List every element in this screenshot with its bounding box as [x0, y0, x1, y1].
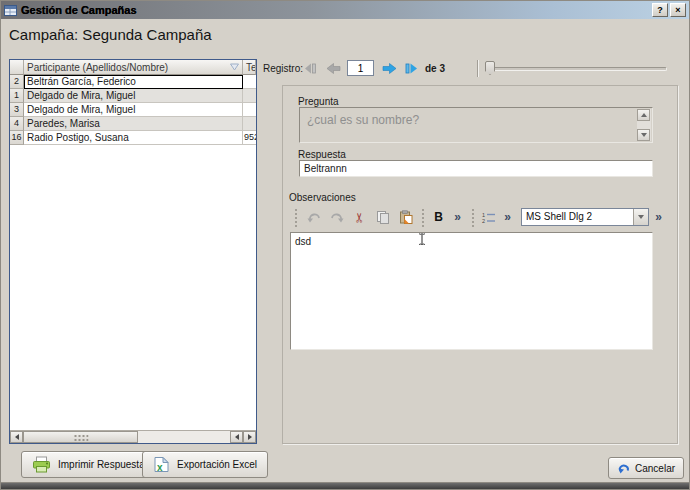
scroll-left-button-right[interactable] — [230, 431, 243, 443]
down-arrow-icon — [641, 133, 647, 140]
participant-name: Delgado de Mira, Miguel — [24, 89, 243, 103]
svg-text:2: 2 — [482, 218, 485, 224]
up-arrow-icon — [641, 110, 647, 117]
redo-button[interactable] — [325, 206, 348, 228]
row-number: 3 — [10, 103, 24, 117]
cut-button[interactable]: ✂ — [348, 206, 371, 228]
participant-name: Paredes, Marisa — [24, 117, 243, 131]
titlebar[interactable]: Gestión de Campañas ? × — [1, 1, 689, 19]
copy-icon — [376, 210, 390, 224]
table-row[interactable]: 3 Delgado de Mira, Miguel — [10, 103, 256, 117]
export-excel-button[interactable]: x Exportación Excel — [142, 451, 268, 478]
font-selector[interactable]: MS Shell Dlg 2 — [521, 208, 649, 226]
row-number: 16 — [10, 131, 24, 145]
grid-empty-area — [10, 145, 256, 430]
print-answers-button[interactable]: Imprimir Respuestas — [21, 451, 161, 478]
table-row[interactable]: 2 Beltrán García, Federico — [10, 75, 256, 89]
bold-button[interactable]: B — [429, 206, 448, 228]
page-title: Campaña: Segunda Campaña — [9, 26, 212, 43]
numbered-list-icon: 1 2 — [481, 211, 496, 224]
participant-phone: 952 — [243, 131, 256, 145]
excel-icon: x — [153, 456, 170, 473]
record-slider-track[interactable] — [485, 67, 667, 71]
table-row[interactable]: 1 Delgado de Mira, Miguel — [10, 89, 256, 103]
question-text: ¿cual es su nombre? — [307, 113, 419, 127]
last-record-button[interactable] — [405, 62, 418, 75]
numbered-list-button[interactable]: 1 2 — [479, 206, 498, 228]
undo-button[interactable] — [302, 206, 325, 228]
record-nav-label: Registro: — [263, 63, 303, 74]
undo-icon — [307, 211, 321, 223]
chevron-icon: » — [454, 211, 461, 223]
toolbar-overflow-button[interactable]: » — [649, 206, 668, 228]
previous-record-button[interactable] — [326, 62, 341, 75]
redo-icon — [330, 211, 344, 223]
participant-phone — [243, 103, 256, 117]
observations-label: Observaciones — [289, 192, 356, 203]
row-number: 1 — [10, 89, 24, 103]
left-arrow-icon — [232, 434, 239, 440]
scroll-right-button[interactable] — [243, 431, 256, 443]
svg-text:1: 1 — [482, 211, 485, 217]
scroll-left-button[interactable] — [10, 431, 23, 443]
question-scrollbar — [637, 109, 651, 141]
close-button[interactable]: × — [670, 3, 686, 17]
format-overflow-button[interactable]: » — [448, 206, 467, 228]
grid-header-participant-label: Participante (Apellidos/Nombre) — [27, 62, 168, 73]
table-row[interactable]: 16 Radio Postigo, Susana 952 — [10, 131, 256, 145]
scroll-up-button[interactable] — [637, 109, 650, 121]
toolbar-grip[interactable] — [471, 208, 475, 227]
grid-hscrollbar[interactable] — [10, 430, 256, 443]
svg-text:x: x — [157, 462, 163, 473]
campaign-dialog: Gestión de Campañas ? × Campaña: Segunda… — [0, 0, 690, 490]
grid-header-rownum — [10, 60, 24, 75]
right-arrow-icon — [248, 434, 255, 440]
scrollbar-thumb[interactable] — [23, 431, 138, 443]
ibeam-cursor-icon — [417, 232, 427, 246]
row-number: 2 — [10, 75, 24, 89]
cancel-arrow-icon — [617, 462, 630, 474]
list-overflow-button[interactable]: » — [498, 206, 517, 228]
record-number-input[interactable] — [347, 60, 374, 76]
copy-button[interactable] — [371, 206, 394, 228]
record-count-label: de 3 — [425, 63, 445, 74]
grid-header-participant[interactable]: Participante (Apellidos/Nombre) — [24, 60, 243, 75]
record-slider-thumb[interactable] — [485, 61, 495, 75]
answer-input[interactable] — [299, 160, 653, 177]
print-answers-label: Imprimir Respuestas — [58, 459, 150, 470]
participant-name: Delgado de Mira, Miguel — [24, 103, 243, 117]
font-selector-value: MS Shell Dlg 2 — [522, 209, 633, 225]
grid-header-phone[interactable]: Tel — [243, 60, 256, 75]
answer-label: Respuesta — [298, 149, 346, 160]
help-button[interactable]: ? — [652, 3, 668, 17]
app-icon — [4, 5, 17, 16]
paste-button[interactable] — [394, 206, 417, 228]
question-label: Pregunta — [298, 96, 339, 107]
richtext-toolbar: ✂ B » 1 2 » — [290, 203, 668, 231]
bold-label: B — [434, 210, 443, 224]
participant-phone — [243, 89, 256, 103]
window-bottom-edge — [1, 482, 689, 489]
next-record-button[interactable] — [382, 62, 397, 75]
toolbar-grip[interactable] — [421, 208, 425, 227]
down-arrow-icon — [638, 215, 644, 222]
participant-name: Radio Postigo, Susana — [24, 131, 243, 145]
filter-icon[interactable] — [230, 63, 239, 71]
participants-grid: Participante (Apellidos/Nombre) Tel 2 Be… — [9, 59, 257, 444]
first-record-button[interactable] — [303, 62, 317, 75]
question-box: ¿cual es su nombre? — [299, 107, 653, 143]
participant-phone — [243, 117, 256, 131]
cancel-label: Cancelar — [635, 463, 675, 474]
observations-textarea[interactable]: dsd — [290, 232, 653, 350]
participant-phone — [243, 75, 256, 89]
window-title: Gestión de Campañas — [21, 4, 650, 16]
export-excel-label: Exportación Excel — [177, 459, 257, 470]
table-row[interactable]: 4 Paredes, Marisa — [10, 117, 256, 131]
scroll-down-button[interactable] — [637, 129, 650, 141]
font-dropdown-button[interactable] — [633, 209, 648, 225]
grid-header-row: Participante (Apellidos/Nombre) Tel — [10, 60, 256, 75]
cancel-button[interactable]: Cancelar — [608, 457, 684, 479]
toolbar-grip[interactable] — [294, 208, 298, 227]
participant-name: Beltrán García, Federico — [24, 75, 243, 89]
chevron-icon: » — [655, 211, 662, 223]
